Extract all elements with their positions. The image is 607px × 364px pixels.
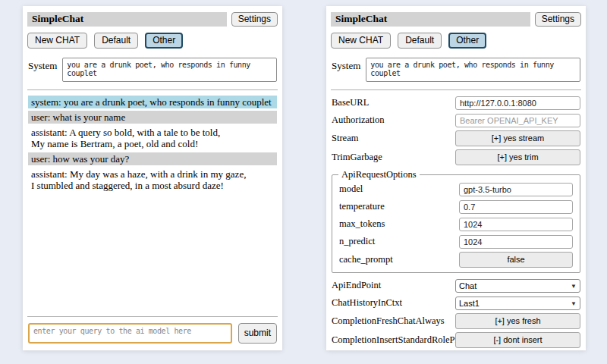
header: SimpleChat Settings <box>331 12 581 27</box>
chat-history-select[interactable]: Last1 <box>455 297 580 310</box>
tab-other[interactable]: Other <box>145 33 183 49</box>
system-prompt-input[interactable]: you are a drunk poet, who responds in fu… <box>366 58 580 82</box>
chat-message-assistant: assistant: A query so bold, with a tale … <box>28 126 277 150</box>
setting-row-trimgarbage: TrimGarbage [+] yes trim <box>332 149 580 165</box>
completion-insert-label: CompletionInsertStandardRolePrefix <box>332 334 455 346</box>
chat-history-label: ChatHistoryInCtxt <box>332 297 455 309</box>
query-row: submit <box>27 322 278 346</box>
chat-message-user: user: how was your day? <box>28 152 277 165</box>
system-label: System <box>332 58 360 82</box>
tab-other[interactable]: Other <box>448 33 486 49</box>
new-chat-button[interactable]: New CHAT <box>331 33 391 49</box>
divider <box>27 89 278 90</box>
query-input[interactable] <box>28 323 232 344</box>
setting-row-completion-insert: CompletionInsertStandardRolePrefix [-] d… <box>332 332 580 348</box>
setting-row-cache-prompt: cache_prompt false <box>339 252 573 268</box>
model-label: model <box>339 184 459 195</box>
setting-row-chat-history: ChatHistoryInCtxt Last1 ▼ <box>332 296 580 310</box>
chat-session-tabs: New CHAT Default Other <box>331 33 581 49</box>
chat-panel: SimpleChat Settings New CHAT Default Oth… <box>23 6 282 350</box>
setting-row-completion-fresh: CompletionFreshChatAlways [+] yes fresh <box>332 313 580 329</box>
trimgarbage-toggle-button[interactable]: [+] yes trim <box>455 149 580 165</box>
system-prompt-row: System you are a drunk poet, who respond… <box>28 58 277 82</box>
system-prompt-row: System you are a drunk poet, who respond… <box>332 58 580 82</box>
chat-session-tabs: New CHAT Default Other <box>27 33 278 49</box>
settings-panel: SimpleChat Settings New CHAT Default Oth… <box>326 6 586 350</box>
new-chat-button[interactable]: New CHAT <box>27 33 87 49</box>
settings-button[interactable]: Settings <box>535 12 581 27</box>
max-tokens-input[interactable] <box>459 218 573 231</box>
setting-row-authorization: Authorization <box>332 113 580 127</box>
tab-default[interactable]: Default <box>398 33 442 49</box>
model-input[interactable] <box>459 183 573 196</box>
tab-default[interactable]: Default <box>94 33 138 49</box>
completion-fresh-label: CompletionFreshChatAlways <box>332 315 455 327</box>
spacer <box>27 194 278 315</box>
divider <box>331 89 581 90</box>
trimgarbage-label: TrimGarbage <box>332 152 455 163</box>
setting-row-n-predict: n_predict <box>339 234 573 249</box>
setting-row-stream: Stream [+] yes stream <box>332 130 580 146</box>
authorization-label: Authorization <box>332 115 455 126</box>
completion-fresh-toggle-button[interactable]: [+] yes fresh <box>455 313 580 329</box>
temperature-label: temperature <box>339 201 459 212</box>
settings-button[interactable]: Settings <box>231 12 278 27</box>
stage: SimpleChat Settings New CHAT Default Oth… <box>0 0 607 350</box>
chat-messages: system: you are a drunk poet, who respon… <box>27 96 278 194</box>
cache-prompt-label: cache_prompt <box>339 254 459 265</box>
cache-prompt-toggle-button[interactable]: false <box>459 252 573 268</box>
setting-row-model: model <box>339 182 573 196</box>
n-predict-input[interactable] <box>459 235 573 249</box>
divider <box>27 316 278 317</box>
temperature-input[interactable] <box>459 200 573 214</box>
system-label: System <box>28 58 57 82</box>
max-tokens-label: max_tokens <box>339 218 459 230</box>
setting-row-baseurl: BaseURL <box>332 96 580 110</box>
stream-toggle-button[interactable]: [+] yes stream <box>455 130 580 146</box>
api-request-options-legend: ApiRequestOptions <box>338 169 420 180</box>
chat-message-user: user: what is your name <box>28 111 277 124</box>
chat-message-assistant: assistant: My day was a haze, with a dri… <box>28 168 277 192</box>
submit-button[interactable]: submit <box>238 323 277 344</box>
header: SimpleChat Settings <box>27 12 278 27</box>
app-title: SimpleChat <box>27 12 227 27</box>
app-title: SimpleChat <box>331 12 530 27</box>
setting-row-max-tokens: max_tokens <box>339 217 573 231</box>
api-endpoint-select[interactable]: Chat <box>455 279 580 293</box>
setting-row-api-endpoint: ApiEndPoint Chat ▼ <box>332 278 580 293</box>
system-prompt-input[interactable]: you are a drunk poet, who responds in fu… <box>62 58 277 82</box>
api-endpoint-label: ApiEndPoint <box>332 280 455 291</box>
stream-label: Stream <box>332 133 455 144</box>
n-predict-label: n_predict <box>339 236 459 247</box>
completion-insert-toggle-button[interactable]: [-] dont insert <box>455 332 580 348</box>
api-request-options-fieldset: ApiRequestOptions model temperature max_… <box>332 169 580 273</box>
baseurl-input[interactable] <box>455 96 580 110</box>
setting-row-temperature: temperature <box>339 199 573 214</box>
chat-message-system: system: you are a drunk poet, who respon… <box>28 96 277 108</box>
authorization-input[interactable] <box>455 114 580 127</box>
baseurl-label: BaseURL <box>332 97 455 108</box>
